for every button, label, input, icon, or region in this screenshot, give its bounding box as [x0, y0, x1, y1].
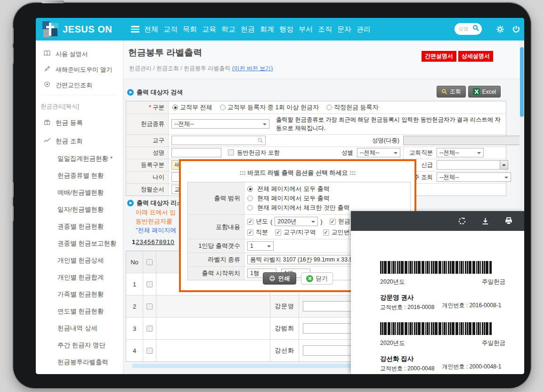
sidebar-item-manual[interactable]: 사용 설명서: [36, 46, 123, 62]
page-7-link[interactable]: 7: [155, 238, 159, 245]
offering-type-checkbox[interactable]: ✓: [330, 219, 336, 225]
page-3-link[interactable]: 3: [139, 238, 143, 245]
sidebar-item-newyear-helper[interactable]: 새해준비도우미 열기: [36, 62, 123, 77]
radio-pledge-registrants[interactable]: 작정헌금 등록자: [326, 103, 379, 112]
multi-name-input[interactable]: [403, 136, 524, 145]
close-button[interactable]: 닫기: [301, 272, 333, 285]
page-header: 헌금봉투 라벨출력 헌금관리 / 헌금조회 / 헌금봉투 라벨출력 (이전 버전…: [123, 41, 524, 79]
sidebar-item-offering-register[interactable]: 헌금 등록: [36, 114, 123, 132]
singeup-combo[interactable]: [437, 160, 508, 170]
sidebar-item-offering-search[interactable]: 헌금 조회: [36, 132, 123, 150]
radio-print-current-page[interactable]: 현재 페이지에서 모두 출력: [247, 194, 407, 203]
sidebar-subitem-yearly[interactable]: 연도별 헌금현황: [36, 303, 123, 320]
member-number-checkbox[interactable]: ✓: [323, 229, 329, 236]
tablet-side-button: [11, 205, 14, 221]
label-name: 강문영 권사: [380, 294, 505, 302]
row-checkbox[interactable]: [146, 326, 153, 332]
vertical-scrollbar-thumb[interactable]: [520, 47, 524, 117]
district-input[interactable]: [171, 136, 266, 145]
search-button[interactable]: 조회: [437, 86, 466, 98]
detail-manual-button[interactable]: 상세설명서: [458, 51, 493, 62]
page-5-link[interactable]: 5: [147, 238, 151, 245]
row-checkbox[interactable]: [146, 303, 153, 310]
print-icon[interactable]: [504, 217, 513, 225]
nav-item-accounting[interactable]: 회계: [260, 25, 274, 34]
position-checkbox[interactable]: ✓: [247, 229, 253, 236]
year-select[interactable]: 2020년: [275, 217, 318, 226]
settings-gear-icon[interactable]: [496, 25, 504, 35]
sidebar-item-pledge-offering[interactable]: 작정헌금: [36, 371, 123, 374]
select-all-checkbox[interactable]: [146, 259, 153, 265]
combo-dropdown-button[interactable]: [500, 161, 508, 169]
modal-label-print-range: 출력 범위: [188, 182, 244, 214]
copies-select[interactable]: 1: [247, 241, 274, 251]
district-search-icon: [257, 137, 264, 144]
print-icon: [269, 275, 276, 282]
app-logo[interactable]: JESUS ON: [42, 21, 112, 37]
sidebar-subitem-denomination-report[interactable]: 권종별 헌금보고현황: [36, 235, 123, 252]
rotate-icon[interactable]: [458, 217, 466, 225]
sidebar-subitem-history-detail[interactable]: 헌금내역 상세: [36, 320, 123, 337]
sidebar-subitem-daily-summary[interactable]: 일일집계헌금현황 *: [36, 150, 123, 167]
nav-item-registry[interactable]: 교적: [163, 25, 178, 34]
nav-item-management[interactable]: 관리: [357, 25, 371, 34]
year-checkbox[interactable]: ✓: [247, 219, 253, 225]
radio-registry-donors[interactable]: 교적부 등록자 중 1회 이상 헌금자: [220, 103, 319, 112]
radio-registry-all[interactable]: 교적부 전체: [172, 103, 212, 112]
download-icon[interactable]: [481, 217, 489, 225]
nav-item-offering[interactable]: 헌금: [241, 25, 255, 34]
header-search-input[interactable]: 성명: [455, 23, 482, 35]
sidebar-section-label: 헌금관리[복식]: [36, 95, 123, 114]
page-9-link[interactable]: 9: [163, 238, 167, 245]
label-year: 2020년도: [380, 278, 405, 286]
offering-type-select[interactable]: --전체--: [171, 119, 269, 129]
list-warning-2: 동반헌금자를: [136, 217, 172, 226]
close-icon: [306, 275, 313, 282]
row-checkbox[interactable]: [146, 348, 153, 354]
nav-item-department[interactable]: 부서: [299, 25, 313, 34]
page-10-link[interactable]: 10: [167, 238, 174, 245]
sidebar-item-quick-member-search[interactable]: 간편교인조회: [36, 77, 123, 93]
name-input[interactable]: [171, 148, 221, 157]
list-warning-3: "전체 페이지에: [136, 226, 176, 235]
sidebar-subitem-by-denomination[interactable]: 권종별 헌금현황: [36, 218, 123, 235]
print-button[interactable]: 인쇄: [263, 272, 296, 285]
field-label-name: 성명: [126, 147, 169, 159]
sidebar-subitem-by-offering-type[interactable]: 헌금종류별 현황: [36, 167, 123, 184]
pin-icon: [43, 65, 51, 74]
search-icon[interactable]: [472, 24, 479, 33]
row-name: 강문영: [270, 295, 299, 317]
page-4-link[interactable]: 4: [144, 238, 147, 245]
sidebar-subitem-personal-detail[interactable]: 개인별 헌금상세: [36, 252, 123, 269]
sidebar-subitem-family[interactable]: 가족별 헌금현황: [36, 286, 123, 303]
nav-item-all[interactable]: 전체: [144, 25, 158, 34]
quick-manual-button[interactable]: 간편설명서: [422, 51, 456, 62]
sidebar-subitem-envelope-label[interactable]: 헌금봉투라벨출력: [36, 354, 123, 371]
nav-item-education[interactable]: 교육: [202, 25, 216, 34]
sidebar-subitem-by-worship[interactable]: 예배/헌금별현황: [36, 184, 123, 201]
nav-item-ministry[interactable]: 목회: [183, 25, 197, 34]
row-checkbox[interactable]: [146, 281, 153, 287]
gender-select[interactable]: --전체--: [357, 148, 400, 157]
sidebar-subitem-by-date[interactable]: 일자/헌금별현황: [36, 201, 123, 218]
ju-lookup-select[interactable]: --전체--: [437, 172, 511, 182]
radio-print-all-pages[interactable]: 전체 페이지에서 모두 출력: [247, 184, 407, 194]
nav-item-admin[interactable]: 행정: [279, 25, 293, 34]
sidebar-subitem-personal-total[interactable]: 개인별 헌금합계: [36, 269, 123, 286]
modal-label-include: 포함내용: [188, 215, 244, 239]
nav-item-school[interactable]: 학교: [221, 25, 235, 34]
nav-item-organization[interactable]: 조직: [318, 25, 332, 34]
companion-donor-checkbox[interactable]: [228, 149, 234, 156]
church-position-select[interactable]: --전체--: [437, 148, 484, 157]
district-zone-checkbox[interactable]: ✓: [275, 229, 281, 236]
previous-version-link[interactable]: (이전 버전 보기): [232, 65, 273, 72]
power-icon[interactable]: [512, 25, 520, 35]
sidebar-subitem-weekly-donors[interactable]: 주간 헌금자 명단: [36, 337, 123, 354]
excel-button[interactable]: Excel: [468, 86, 501, 98]
page-8-link[interactable]: 8: [159, 238, 163, 245]
nav-item-sms[interactable]: 문자: [337, 25, 351, 34]
page-1-current[interactable]: 1: [132, 238, 136, 245]
label-name: 강선화 집사: [380, 355, 505, 363]
tablet-power-button: [41, 0, 64, 3]
hamburger-menu-icon[interactable]: [131, 26, 139, 34]
